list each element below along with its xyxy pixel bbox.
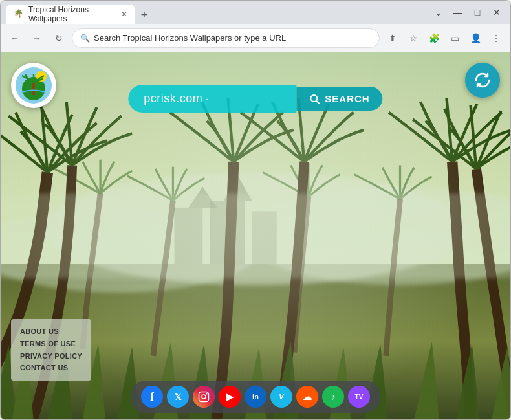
svg-line-16 bbox=[316, 101, 319, 104]
social-bar: f 𝕏 ▶ in V ☁ ♪ TV bbox=[131, 381, 380, 413]
tab-title: Tropical Horizons Wallpapers bbox=[28, 5, 113, 23]
forward-button[interactable]: → bbox=[28, 29, 46, 47]
nav-actions: ⬆ ☆ 🧩 ▭ 👤 ⋮ bbox=[384, 29, 505, 47]
search-input-text: pcrisk.com bbox=[144, 92, 202, 105]
wallpaper-refresh-button[interactable] bbox=[465, 63, 500, 98]
search-button[interactable]: SEARCH bbox=[296, 87, 382, 111]
refresh-button[interactable]: ↻ bbox=[50, 29, 68, 47]
share-button[interactable]: ⬆ bbox=[384, 29, 402, 47]
tab-close-button[interactable]: ✕ bbox=[121, 10, 127, 19]
contact-us-link[interactable]: CONTACT US bbox=[20, 362, 82, 374]
bookmark-button[interactable]: ☆ bbox=[404, 29, 422, 47]
svg-point-19 bbox=[206, 393, 207, 394]
page-logo bbox=[11, 63, 56, 108]
linkedin-icon[interactable]: in bbox=[245, 386, 266, 408]
twitch-icon[interactable]: TV bbox=[348, 386, 370, 408]
terms-of-use-link[interactable]: TERMS OF USE bbox=[20, 338, 82, 350]
title-bar: 🌴 Tropical Horizons Wallpapers ✕ + ⌄ — □… bbox=[1, 1, 510, 24]
spotify-icon[interactable]: ♪ bbox=[322, 386, 344, 408]
search-icon: 🔍 bbox=[80, 34, 90, 43]
chevron-down-icon[interactable]: ⌄ bbox=[430, 4, 447, 21]
youtube-icon[interactable]: ▶ bbox=[219, 386, 241, 408]
page-content: pcrisk.com · SEARCH ABOUT US TERMS OF US… bbox=[1, 52, 510, 419]
instagram-icon[interactable] bbox=[193, 386, 215, 408]
vimeo-icon[interactable]: V bbox=[270, 386, 292, 408]
twitter-icon[interactable]: 𝕏 bbox=[167, 386, 189, 408]
svg-rect-14 bbox=[32, 82, 35, 95]
minimize-button[interactable]: — bbox=[450, 4, 466, 21]
cast-button[interactable]: ▭ bbox=[446, 29, 464, 47]
profile-button[interactable]: 👤 bbox=[466, 29, 484, 47]
privacy-policy-link[interactable]: PRIVACY POLICY bbox=[20, 350, 82, 362]
tab-favicon: 🌴 bbox=[14, 9, 23, 19]
active-tab[interactable]: 🌴 Tropical Horizons Wallpapers ✕ bbox=[6, 5, 135, 24]
window-controls: ⌄ — □ ✕ bbox=[430, 4, 505, 21]
search-dot: · bbox=[205, 91, 209, 106]
footer-links: ABOUT US TERMS OF USE PRIVACY POLICY CON… bbox=[11, 319, 91, 381]
extensions-button[interactable]: 🧩 bbox=[425, 29, 443, 47]
address-text: Search Tropical Horizons Wallpapers or t… bbox=[94, 33, 371, 43]
address-bar[interactable]: 🔍 Search Tropical Horizons Wallpapers or… bbox=[72, 28, 380, 48]
close-button[interactable]: ✕ bbox=[488, 4, 505, 21]
soundcloud-icon[interactable]: ☁ bbox=[296, 386, 318, 408]
browser-window: 🌴 Tropical Horizons Wallpapers ✕ + ⌄ — □… bbox=[0, 0, 511, 420]
facebook-icon[interactable]: f bbox=[141, 386, 163, 408]
search-button-label: SEARCH bbox=[325, 93, 369, 104]
svg-point-18 bbox=[202, 395, 206, 399]
new-tab-button[interactable]: + bbox=[135, 6, 153, 24]
search-input-wrapper[interactable]: pcrisk.com · bbox=[128, 85, 296, 113]
nav-bar: ← → ↻ 🔍 Search Tropical Horizons Wallpap… bbox=[1, 24, 510, 52]
search-container: pcrisk.com · SEARCH bbox=[128, 85, 382, 113]
svg-rect-10 bbox=[1, 193, 510, 278]
maximize-button[interactable]: □ bbox=[469, 4, 486, 21]
about-us-link[interactable]: ABOUT US bbox=[20, 326, 82, 338]
back-button[interactable]: ← bbox=[6, 29, 24, 47]
menu-button[interactable]: ⋮ bbox=[487, 29, 505, 47]
tab-area: 🌴 Tropical Horizons Wallpapers ✕ + bbox=[6, 1, 428, 24]
search-icon bbox=[309, 94, 320, 104]
